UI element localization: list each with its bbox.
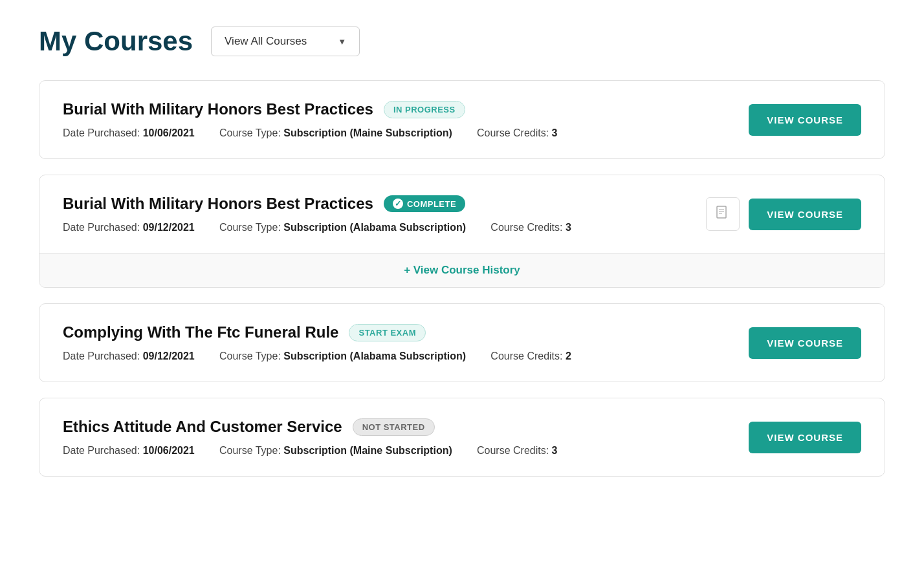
chevron-down-icon: ▼ bbox=[338, 37, 346, 47]
course-title: Complying With The Ftc Funeral Rule bbox=[63, 323, 338, 341]
page-header: My Courses View All Courses ▼ bbox=[39, 26, 885, 57]
course-meta: Date Purchased: 09/12/2021 Course Type: … bbox=[63, 222, 687, 233]
page-title: My Courses bbox=[39, 26, 193, 57]
view-course-button[interactable]: VIEW COURSE bbox=[749, 104, 861, 136]
view-course-button[interactable]: VIEW COURSE bbox=[749, 199, 861, 230]
courses-list: Burial With Military Honors Best Practic… bbox=[39, 80, 885, 477]
type-value: Subscription (Alabama Subscription) bbox=[283, 222, 466, 233]
course-main: Ethics Attitude And Customer Service NOT… bbox=[39, 398, 885, 476]
course-title-row: Burial With Military Honors Best Practic… bbox=[63, 195, 687, 213]
date-label: Date Purchased: bbox=[63, 127, 140, 138]
credits-label: Course Credits: bbox=[477, 127, 549, 138]
course-meta: Date Purchased: 10/06/2021 Course Type: … bbox=[63, 127, 729, 139]
course-actions: VIEW COURSE bbox=[706, 197, 861, 231]
document-button[interactable] bbox=[706, 197, 740, 231]
course-card: Complying With The Ftc Funeral Rule STAR… bbox=[39, 303, 885, 382]
course-main: Burial With Military Honors Best Practic… bbox=[39, 81, 885, 158]
credits-label: Course Credits: bbox=[490, 350, 562, 361]
date-label: Date Purchased: bbox=[63, 445, 140, 456]
status-badge: ✓ COMPLETE bbox=[384, 195, 465, 212]
credits-value: 3 bbox=[552, 127, 558, 138]
credits-value: 3 bbox=[566, 222, 571, 233]
course-main: Burial With Military Honors Best Practic… bbox=[39, 175, 885, 253]
course-title-row: Ethics Attitude And Customer Service NOT… bbox=[63, 418, 729, 436]
check-icon: ✓ bbox=[393, 199, 403, 209]
date-label: Date Purchased: bbox=[63, 350, 140, 361]
type-value: Subscription (Maine Subscription) bbox=[283, 445, 452, 456]
view-all-courses-dropdown[interactable]: View All Courses ▼ bbox=[211, 27, 360, 56]
date-label: Date Purchased: bbox=[63, 222, 140, 233]
course-actions: VIEW COURSE bbox=[749, 327, 861, 359]
status-badge: START EXAM bbox=[349, 324, 426, 341]
dropdown-label: View All Courses bbox=[225, 35, 307, 48]
type-value: Subscription (Alabama Subscription) bbox=[283, 350, 466, 361]
type-value: Subscription (Maine Subscription) bbox=[283, 127, 452, 138]
course-card: Ethics Attitude And Customer Service NOT… bbox=[39, 398, 885, 477]
type-label: Course Type: bbox=[219, 222, 281, 233]
course-info: Burial With Military Honors Best Practic… bbox=[63, 195, 687, 233]
course-actions: VIEW COURSE bbox=[749, 422, 861, 453]
course-meta: Date Purchased: 09/12/2021 Course Type: … bbox=[63, 350, 729, 362]
view-course-button[interactable]: VIEW COURSE bbox=[749, 422, 861, 453]
course-title: Ethics Attitude And Customer Service bbox=[63, 418, 342, 436]
course-title-row: Complying With The Ftc Funeral Rule STAR… bbox=[63, 323, 729, 341]
date-value: 09/12/2021 bbox=[143, 350, 195, 361]
course-info: Complying With The Ftc Funeral Rule STAR… bbox=[63, 323, 729, 362]
course-title: Burial With Military Honors Best Practic… bbox=[63, 195, 373, 213]
course-info: Ethics Attitude And Customer Service NOT… bbox=[63, 418, 729, 457]
course-title: Burial With Military Honors Best Practic… bbox=[63, 100, 373, 118]
course-card: Burial With Military Honors Best Practic… bbox=[39, 80, 885, 159]
svg-rect-0 bbox=[717, 206, 726, 218]
view-course-button[interactable]: VIEW COURSE bbox=[749, 327, 861, 359]
type-label: Course Type: bbox=[219, 350, 281, 361]
course-main: Complying With The Ftc Funeral Rule STAR… bbox=[39, 304, 885, 382]
course-title-row: Burial With Military Honors Best Practic… bbox=[63, 100, 729, 118]
type-label: Course Type: bbox=[219, 127, 281, 138]
date-value: 10/06/2021 bbox=[143, 445, 195, 456]
course-history-section: + View Course History bbox=[39, 253, 885, 287]
status-badge: IN PROGRESS bbox=[384, 101, 465, 118]
credits-value: 2 bbox=[566, 350, 571, 361]
view-history-link[interactable]: + View Course History bbox=[404, 264, 520, 276]
date-value: 10/06/2021 bbox=[143, 127, 195, 138]
status-badge: NOT STARTED bbox=[353, 418, 435, 436]
course-info: Burial With Military Honors Best Practic… bbox=[63, 100, 729, 139]
date-value: 09/12/2021 bbox=[143, 222, 195, 233]
course-card: Burial With Military Honors Best Practic… bbox=[39, 175, 885, 288]
credits-value: 3 bbox=[552, 445, 558, 456]
type-label: Course Type: bbox=[219, 445, 281, 456]
course-actions: VIEW COURSE bbox=[749, 104, 861, 136]
credits-label: Course Credits: bbox=[490, 222, 562, 233]
credits-label: Course Credits: bbox=[477, 445, 549, 456]
course-meta: Date Purchased: 10/06/2021 Course Type: … bbox=[63, 445, 729, 457]
